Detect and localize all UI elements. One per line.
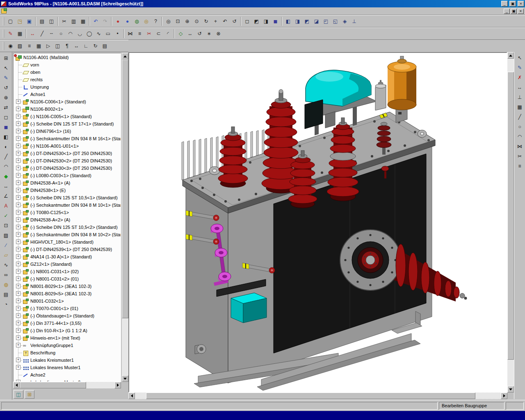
expand-toggle[interactable]: + — [16, 247, 21, 251]
circle-small-button[interactable]: ○ — [515, 122, 525, 132]
mirror-small-button[interactable]: ⋈ — [515, 142, 525, 151]
layers-button[interactable]: ▤ — [1, 290, 11, 299]
document-icon[interactable] — [1, 9, 7, 14]
arc-tool-button[interactable]: ◠ — [1, 162, 11, 171]
redo-button[interactable]: ↷ — [100, 17, 110, 26]
grid-small-button[interactable]: ▦ — [515, 102, 525, 112]
move-component-button[interactable]: ↔ — [185, 29, 195, 39]
scroll-track[interactable] — [122, 59, 128, 375]
expand-toggle[interactable]: + — [16, 166, 21, 170]
delete-button[interactable]: ✗ — [515, 73, 525, 82]
relation-small-button[interactable]: ⊥ — [515, 92, 525, 102]
scroll-thumb[interactable] — [146, 393, 475, 399]
check-button[interactable]: ✓ — [1, 211, 11, 221]
wireframe-button[interactable]: ◻ — [242, 17, 252, 26]
note-button[interactable]: A — [1, 201, 11, 211]
expand-toggle[interactable]: + — [16, 336, 21, 340]
expand-toggle[interactable]: + — [16, 114, 21, 119]
tree-item[interactable]: + Lokales lineares Muster2 — [15, 379, 121, 382]
section-view-button[interactable]: ◧ — [1, 132, 11, 142]
exploded-view-button[interactable]: ∗ — [204, 29, 214, 39]
expand-toggle[interactable]: + — [16, 225, 21, 229]
arc-small-button[interactable]: ◠ — [515, 132, 525, 142]
hidden-lines-removed-button[interactable]: ◨ — [261, 17, 271, 26]
scroll-thumb[interactable] — [507, 72, 514, 360]
reference-button[interactable]: ∟ — [81, 41, 91, 51]
tree-item[interactable]: + vorn — [15, 61, 121, 68]
scroll-down-button[interactable] — [507, 386, 514, 393]
expand-toggle[interactable]: + — [16, 158, 21, 163]
expand-toggle[interactable]: + — [16, 232, 21, 237]
attach-button[interactable]: ∞ — [1, 270, 11, 280]
previous-view-button[interactable]: ↶ — [220, 17, 230, 26]
curvature-button[interactable]: ◐ — [1, 142, 11, 152]
tree-item[interactable]: + N1106-C006<1> (Standard) — [15, 98, 121, 105]
refresh-view-button[interactable]: ↺ — [230, 17, 239, 26]
restore-button[interactable]: ▣ — [509, 1, 516, 7]
tree-horizontal-scrollbar[interactable] — [13, 382, 121, 388]
arc-button[interactable]: ◠ — [66, 29, 75, 39]
expand-toggle[interactable]: + — [16, 195, 21, 200]
tree-item[interactable]: + GZ12<1> (Standard) — [15, 260, 121, 268]
tree-item[interactable]: + (-) DT-DIN42530<2> (DT 250 DIN42530) — [15, 157, 121, 164]
tree-item[interactable]: + (-) Scheibe DIN 125 ST 17<1> (Standard… — [15, 120, 121, 128]
print-tree-button[interactable]: ▤ — [100, 41, 110, 51]
minimize-button[interactable]: _ — [501, 1, 508, 7]
dimension-button[interactable]: ↔ — [28, 29, 37, 39]
mirror-button[interactable]: ⋈ — [126, 29, 135, 39]
tree-item[interactable]: + (-) Sechskantmutter DIN 934 8 M 10<1> … — [15, 201, 121, 209]
expand-toggle[interactable]: + — [16, 203, 21, 207]
menu-item[interactable] — [8, 10, 14, 12]
tree-item[interactable]: + HIGHVOLT_180<1> (Standard) — [15, 238, 121, 246]
viewport-horizontal-scrollbar[interactable] — [128, 393, 507, 399]
expand-toggle[interactable]: + — [16, 210, 21, 215]
update-button[interactable]: ↻ — [91, 41, 100, 51]
menu-item[interactable] — [43, 10, 48, 12]
line-tool-button[interactable]: ╱ — [1, 152, 11, 162]
viewport-vertical-scrollbar[interactable] — [507, 52, 514, 393]
centerline-button[interactable]: ╌ — [47, 29, 56, 39]
expand-toggle[interactable]: + — [16, 328, 21, 333]
select-button[interactable]: ↖ — [1, 63, 11, 73]
tree-root[interactable]: N1106-A001 (Maßbild) — [14, 54, 121, 61]
toolbar-handle[interactable] — [2, 30, 5, 38]
tree-item[interactable]: + 4NA14 (1-30 A)<1> (Standard) — [15, 253, 121, 260]
tree-item[interactable]: + rechts — [15, 76, 121, 83]
viewport-canvas[interactable] — [129, 53, 507, 392]
tree-item[interactable]: + Ursprung — [15, 83, 121, 91]
tree-item[interactable]: + (-) DIN6796<1> (16) — [15, 128, 121, 135]
scroll-track[interactable] — [507, 59, 514, 386]
pattern-display-button[interactable]: ▦ — [34, 41, 43, 51]
toolbar-handle[interactable] — [2, 17, 5, 25]
scroll-left-button[interactable] — [13, 382, 20, 388]
plane-button[interactable]: ▱ — [1, 250, 11, 260]
rotate-view-button[interactable]: ↺ — [1, 83, 11, 93]
menu-item[interactable] — [54, 10, 60, 12]
copy-button[interactable]: ▥ — [69, 17, 78, 26]
tree-item[interactable]: + Beschriftung — [15, 349, 121, 356]
rotate-component-button[interactable]: ↺ — [195, 29, 204, 39]
expand-toggle[interactable]: + — [16, 99, 21, 104]
tree-item[interactable]: + Lokales lineares Muster1 — [15, 364, 121, 371]
graphics-viewport[interactable] — [128, 52, 507, 393]
expand-toggle[interactable]: + — [16, 365, 21, 370]
scroll-up-button[interactable] — [122, 53, 128, 59]
paint-button[interactable]: ◍ — [1, 280, 11, 290]
tree-item[interactable]: + (-) Scheibe DIN 125 ST 10,5<2> (Standa… — [15, 224, 121, 231]
paste-button[interactable]: ▦ — [78, 17, 88, 26]
print-button[interactable]: ▤ — [37, 17, 47, 26]
shaded-mode-button[interactable]: ◼ — [1, 122, 11, 132]
tree-item[interactable]: + Lokales Kreismuster1 — [15, 356, 121, 364]
drain-valve[interactable] — [195, 345, 206, 354]
expand-toggle[interactable]: + — [16, 276, 21, 281]
tree-item[interactable]: + Achse1 — [15, 91, 121, 98]
tree-item[interactable]: + (-) DT-DIN42530<3> (DT 250 DIN42530) — [15, 164, 121, 172]
close-button[interactable]: × — [518, 1, 524, 7]
scroll-right-button[interactable] — [501, 393, 507, 399]
menu-item[interactable] — [31, 10, 37, 12]
back-view-button[interactable]: ◨ — [293, 17, 302, 26]
open-button[interactable]: ◳ — [15, 17, 25, 26]
line-button[interactable]: ╱ — [37, 29, 47, 39]
expand-toggle[interactable]: + — [16, 188, 21, 192]
trim-button[interactable]: ✂ — [144, 29, 154, 39]
